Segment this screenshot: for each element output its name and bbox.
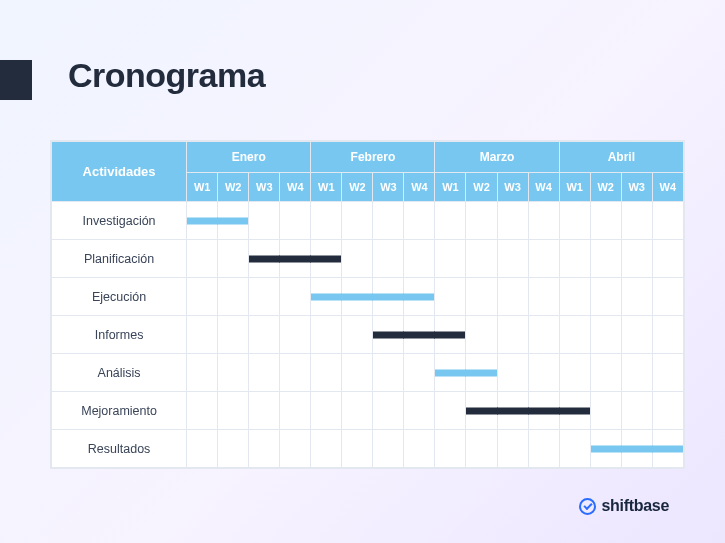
- gantt-cell: [590, 392, 621, 430]
- gantt-cell: [652, 354, 683, 392]
- gantt-cell: [311, 240, 342, 278]
- gantt-cell: [187, 430, 218, 468]
- gantt-cell: [218, 392, 249, 430]
- checkmark-circle-icon: [579, 498, 596, 515]
- header-week: W1: [311, 173, 342, 202]
- gantt-cell: [497, 392, 528, 430]
- header-month: Enero: [187, 142, 311, 173]
- gantt-cell: [621, 278, 652, 316]
- gantt-cell: [590, 430, 621, 468]
- gantt-cell: [311, 430, 342, 468]
- gantt-cell: [652, 240, 683, 278]
- gantt-cell: [590, 202, 621, 240]
- header-week: W3: [373, 173, 404, 202]
- gantt-cell: [373, 202, 404, 240]
- gantt-cell: [404, 240, 435, 278]
- gantt-cell: [559, 430, 590, 468]
- gantt-cell: [590, 354, 621, 392]
- gantt-bar-segment: [373, 331, 404, 338]
- gantt-bar-segment: [652, 445, 683, 452]
- gantt-cell: [311, 354, 342, 392]
- gantt-cell: [497, 316, 528, 354]
- header-week: W1: [187, 173, 218, 202]
- gantt-cell: [404, 202, 435, 240]
- gantt-cell: [280, 392, 311, 430]
- activity-label: Resultados: [52, 430, 187, 468]
- gantt-cell: [590, 316, 621, 354]
- header-week: W4: [528, 173, 559, 202]
- gantt-cell: [652, 202, 683, 240]
- gantt-cell: [528, 202, 559, 240]
- gantt-cell: [249, 278, 280, 316]
- activity-label: Investigación: [52, 202, 187, 240]
- gantt-bar-segment: [403, 293, 434, 300]
- gantt-bar-segment: [310, 255, 341, 262]
- gantt-cell: [497, 354, 528, 392]
- gantt-bar-segment: [403, 331, 435, 338]
- gantt-bar-segment: [465, 369, 496, 376]
- gantt-cell: [404, 316, 435, 354]
- gantt-cell: [590, 278, 621, 316]
- header-week: W2: [466, 173, 497, 202]
- gantt-cell: [497, 278, 528, 316]
- gantt-chart: Actividades Enero Febrero Marzo Abril W1…: [50, 140, 685, 469]
- gantt-cell: [218, 430, 249, 468]
- gantt-cell: [280, 278, 311, 316]
- gantt-bar-segment: [591, 445, 622, 452]
- header-week: W3: [249, 173, 280, 202]
- gantt-bar-segment: [372, 293, 404, 300]
- gantt-cell: [528, 430, 559, 468]
- gantt-cell: [466, 354, 497, 392]
- gantt-cell: [466, 278, 497, 316]
- gantt-cell: [280, 202, 311, 240]
- gantt-cell: [373, 392, 404, 430]
- gantt-cell: [497, 240, 528, 278]
- header-week: W3: [621, 173, 652, 202]
- gantt-cell: [621, 316, 652, 354]
- gantt-cell: [249, 430, 280, 468]
- gantt-cell: [218, 240, 249, 278]
- header-month: Febrero: [311, 142, 435, 173]
- gantt-cell: [528, 316, 559, 354]
- gantt-cell: [311, 392, 342, 430]
- activity-label: Informes: [52, 316, 187, 354]
- header-week: W2: [590, 173, 621, 202]
- gantt-cell: [218, 278, 249, 316]
- gantt-cell: [621, 430, 652, 468]
- header-week: W1: [435, 173, 466, 202]
- gantt-cell: [249, 354, 280, 392]
- gantt-cell: [621, 202, 652, 240]
- gantt-row: Análisis: [52, 354, 684, 392]
- gantt-cell: [373, 278, 404, 316]
- gantt-cell: [652, 392, 683, 430]
- gantt-bar-segment: [497, 407, 529, 414]
- header-week: W4: [652, 173, 683, 202]
- gantt-cell: [652, 430, 683, 468]
- gantt-cell: [187, 316, 218, 354]
- header-month: Abril: [559, 142, 683, 173]
- gantt-cell: [497, 430, 528, 468]
- gantt-bar-segment: [621, 445, 653, 452]
- gantt-cell: [652, 316, 683, 354]
- gantt-cell: [435, 430, 466, 468]
- gantt-row: Informes: [52, 316, 684, 354]
- gantt-cell: [528, 392, 559, 430]
- gantt-cell: [249, 316, 280, 354]
- gantt-cell: [342, 354, 373, 392]
- gantt-cell: [435, 202, 466, 240]
- gantt-cell: [342, 240, 373, 278]
- gantt-cell: [466, 430, 497, 468]
- gantt-cell: [559, 392, 590, 430]
- gantt-cell: [466, 392, 497, 430]
- gantt-row: Planificación: [52, 240, 684, 278]
- gantt-bar-segment: [217, 217, 248, 224]
- gantt-cell: [528, 278, 559, 316]
- gantt-cell: [280, 240, 311, 278]
- gantt-cell: [621, 354, 652, 392]
- gantt-cell: [466, 316, 497, 354]
- gantt-cell: [249, 240, 280, 278]
- activity-label: Ejecución: [52, 278, 187, 316]
- header-week: W3: [497, 173, 528, 202]
- gantt-bar-segment: [341, 293, 373, 300]
- gantt-cell: [559, 278, 590, 316]
